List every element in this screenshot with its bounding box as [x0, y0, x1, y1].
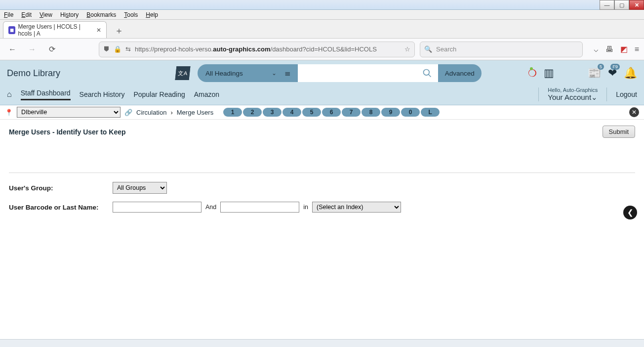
nav-search-history[interactable]: Search History	[80, 90, 125, 98]
browser-tab-title: Merge Users | HCOLS | hcols | A	[18, 23, 91, 37]
caret-down-icon: ⌄	[591, 93, 598, 101]
lock-icon: 🔒	[114, 45, 121, 53]
logout-link[interactable]: Logout	[616, 90, 637, 98]
window-minimize-button[interactable]: —	[600, 0, 614, 10]
hamburger-menu-icon[interactable]: ≡	[635, 45, 639, 54]
new-tab-button[interactable]: ＋	[112, 23, 126, 38]
chip-6[interactable]: 6	[322, 108, 341, 117]
tracking-shield-icon: ⛊	[103, 45, 110, 53]
headings-selected-label: All Headings	[205, 70, 243, 77]
menu-tools[interactable]: Tools	[120, 10, 142, 19]
nav-reload-button[interactable]: ⟳	[44, 42, 59, 57]
breadcrumb-separator: ›	[170, 109, 172, 116]
catalog-search-button[interactable]	[416, 64, 438, 82]
search-headings-dropdown[interactable]: All Headings ⌄ ≣	[198, 64, 298, 82]
chip-8[interactable]: 8	[362, 108, 380, 117]
search-placeholder: Search	[436, 45, 456, 53]
menu-edit[interactable]: Edit	[17, 10, 36, 19]
address-bar[interactable]: ⛊ 🔒 ⇆ https://preprod-hcols-verso.auto-g…	[99, 42, 415, 57]
browser-search-box[interactable]: 🔍 Search	[420, 42, 583, 57]
account-separator	[538, 87, 539, 101]
advanced-search-button[interactable]: Advanced	[438, 64, 482, 82]
chip-5[interactable]: 5	[302, 108, 321, 117]
permissions-icon: ⇆	[125, 45, 131, 53]
quick-number-chips: 1 2 3 4 5 6 7 8 9 0 L	[222, 108, 440, 117]
database-icon: ≣	[284, 69, 291, 78]
in-label: in	[303, 204, 308, 211]
balloon-icon[interactable]: ❍	[528, 67, 537, 79]
chip-1[interactable]: 1	[223, 108, 242, 117]
page-title: Merge Users - Identify User to Keep	[9, 128, 126, 136]
account-block[interactable]: Hello, Auto-Graphics Your Account⌄	[548, 87, 598, 102]
browser-menubar: FFileile Edit View History Bookmarks Too…	[0, 10, 644, 20]
close-panel-icon[interactable]: ✕	[629, 107, 639, 117]
chip-9[interactable]: 9	[381, 108, 400, 117]
search-icon: 🔍	[424, 45, 432, 53]
menu-view[interactable]: View	[36, 10, 56, 19]
pocket-icon[interactable]: ⌵	[594, 44, 599, 54]
extension-icon[interactable]: ◩	[620, 44, 628, 54]
tab-favicon-icon: ◼	[8, 26, 15, 34]
favorites-badge: F9	[610, 64, 620, 70]
catalog-search-input[interactable]	[298, 64, 416, 82]
barcode-input-2[interactable]	[220, 202, 299, 213]
barcode-lastname-label: User Barcode or Last Name:	[9, 204, 113, 211]
index-select[interactable]: (Select an Index)	[312, 202, 401, 213]
your-account-link: Your Account⌄	[548, 93, 598, 101]
divider	[9, 173, 635, 173]
news-badge: 5	[598, 64, 604, 70]
news-icon[interactable]: 📰5	[588, 67, 601, 80]
url-text: https://preprod-hcols-verso.auto-graphic…	[135, 45, 401, 53]
svg-line-1	[428, 75, 431, 77]
chip-4[interactable]: 4	[282, 108, 301, 117]
print-icon[interactable]: 🖶	[605, 45, 613, 54]
notifications-bell-icon[interactable]: 🔔	[624, 67, 637, 80]
nav-back-button[interactable]: ←	[5, 42, 20, 57]
window-close-button[interactable]: ✕	[629, 0, 644, 10]
menu-help[interactable]: Help	[142, 10, 162, 19]
nav-popular-reading[interactable]: Popular Reading	[133, 90, 185, 98]
chip-2[interactable]: 2	[243, 108, 262, 117]
users-group-select[interactable]: All Groups	[113, 182, 167, 194]
nav-forward-button[interactable]: →	[25, 42, 40, 57]
chip-0[interactable]: 0	[401, 108, 420, 117]
and-label: And	[205, 204, 216, 211]
breadcrumb-leaf[interactable]: Merge Users	[177, 109, 213, 116]
language-icon[interactable]: 文A	[175, 66, 191, 80]
account-greeting: Hello, Auto-Graphics	[548, 87, 598, 93]
svg-point-0	[423, 70, 429, 76]
breadcrumb-root[interactable]: Circulation	[136, 109, 166, 116]
menu-bookmarks[interactable]: Bookmarks	[82, 10, 120, 19]
menu-history[interactable]: History	[56, 10, 82, 19]
location-select[interactable]: DIberville	[17, 107, 121, 118]
chip-l[interactable]: L	[421, 108, 440, 117]
window-maximize-button[interactable]: ▢	[614, 0, 629, 10]
library-name: Demo Library	[7, 68, 170, 79]
link-icon: 🔗	[124, 109, 132, 116]
nav-amazon[interactable]: Amazon	[194, 90, 219, 98]
location-pin-icon: 📍	[5, 109, 13, 116]
home-icon[interactable]: ⌂	[7, 90, 12, 99]
menu-file[interactable]: FFileile	[0, 10, 17, 19]
nav-staff-dashboard[interactable]: Staff Dashboard	[21, 89, 71, 100]
browser-tab-active[interactable]: ◼ Merge Users | HCOLS | hcols | A ✕	[3, 21, 107, 38]
side-expand-button[interactable]: ❮	[623, 206, 637, 219]
barcode-input-1[interactable]	[113, 202, 201, 213]
bookmark-star-icon[interactable]: ☆	[404, 45, 410, 53]
account-separator	[606, 87, 607, 101]
users-group-label: User's Group:	[9, 184, 113, 192]
favorites-icon[interactable]: ❤F9	[608, 67, 617, 80]
caret-down-icon: ⌄	[272, 70, 277, 77]
chip-7[interactable]: 7	[342, 108, 361, 117]
window-bottom-chrome	[0, 339, 644, 347]
tab-close-icon[interactable]: ✕	[96, 27, 101, 34]
chip-3[interactable]: 3	[263, 108, 282, 117]
barcode-scan-icon[interactable]: ▥	[544, 67, 554, 80]
submit-button[interactable]: Submit	[603, 126, 635, 138]
